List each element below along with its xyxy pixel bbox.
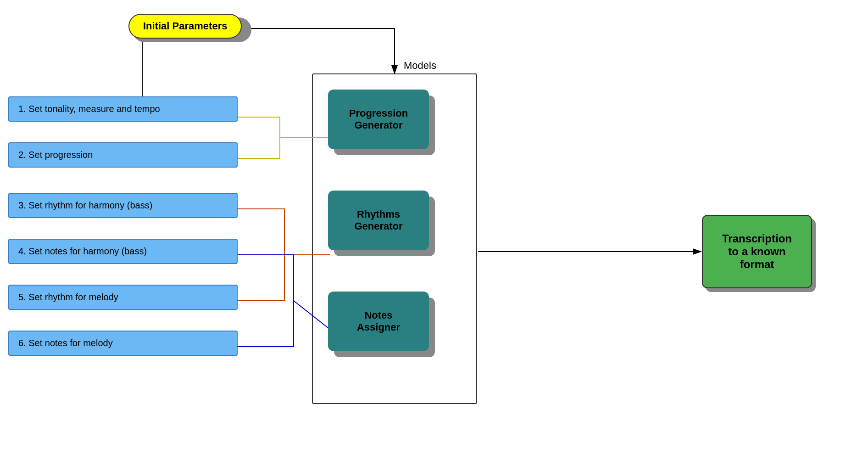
progression-generator-label: ProgressionGenerator [349, 107, 408, 131]
step-4-text: 4. Set notes for harmony (bass) [18, 246, 147, 256]
diagram-container: Initial Parameters 1. Set tonality, meas… [0, 0, 868, 449]
step-6-text: 6. Set notes for melody [18, 338, 113, 348]
step-box-6: 6. Set notes for melody [8, 331, 238, 356]
step-box-4: 4. Set notes for harmony (bass) [8, 239, 238, 264]
notes-assigner-box: NotesAssigner [328, 292, 429, 351]
step-box-5: 5. Set rhythm for melody [8, 285, 238, 310]
step-box-2: 2. Set progression [8, 142, 238, 168]
transcription-label: Transcriptionto a knownformat [722, 232, 792, 271]
initial-params-box: Initial Parameters [128, 14, 242, 39]
notes-assigner-label: NotesAssigner [357, 309, 400, 333]
svg-line-4 [294, 301, 330, 330]
initial-params-label: Initial Parameters [143, 20, 227, 32]
step-5-text: 5. Set rhythm for melody [18, 292, 118, 302]
step-2-text: 2. Set progression [18, 150, 93, 160]
step-1-text: 1. Set tonality, measure and tempo [18, 104, 160, 114]
step-box-3: 3. Set rhythm for harmony (bass) [8, 193, 238, 218]
models-label: Models [404, 60, 436, 72]
transcription-box: Transcriptionto a knownformat [702, 215, 812, 288]
step-box-1: 1. Set tonality, measure and tempo [8, 96, 238, 122]
progression-generator-box: ProgressionGenerator [328, 90, 429, 149]
rhythms-generator-box: RhythmsGenerator [328, 191, 429, 250]
rhythms-generator-label: RhythmsGenerator [354, 208, 402, 232]
step-3-text: 3. Set rhythm for harmony (bass) [18, 200, 152, 210]
